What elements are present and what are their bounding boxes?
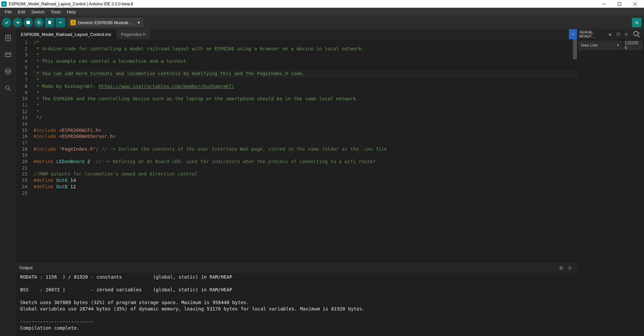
maximize-button[interactable] [612,0,627,8]
chevron-down-icon: ▼ [137,21,141,25]
app-icon: ∞ [1,1,7,7]
svg-point-27 [560,269,561,270]
window-controls [596,0,643,8]
menu-file[interactable]: File [2,9,14,15]
sketchbook-icon[interactable] [3,33,13,43]
serial-clock-icon[interactable] [615,31,621,37]
search-icon[interactable] [3,84,13,93]
library-manager-icon[interactable] [3,67,13,76]
serial-plotter-button[interactable] [632,18,641,27]
tab-pageindex-h[interactable]: PageIndex.h [116,29,151,39]
svg-point-35 [634,31,638,36]
line-gutter: 1234567891011121314151617181920212223242… [16,39,34,263]
svg-point-19 [571,34,572,35]
minimize-button[interactable] [596,0,612,8]
menu-sketch[interactable]: Sketch [29,9,47,15]
chevron-down-icon: ▼ [616,44,620,47]
svg-point-20 [573,34,573,35]
debug-start-button[interactable] [23,18,33,27]
tab-overflow-button[interactable] [569,29,577,39]
svg-point-8 [636,21,637,23]
output-body[interactable]: RODATA : 1156 ) / 81920 - constants (glo… [16,273,577,336]
boards-manager-icon[interactable] [3,50,13,59]
svg-rect-4 [27,21,30,24]
svg-point-17 [6,86,9,90]
svg-rect-1 [618,2,621,5]
board-selector[interactable]: ! Generic ESP8266 Module ... ▼ [68,18,143,27]
svg-point-21 [574,34,575,35]
output-panel: Output RODATA : 1156 ) / 81920 - constan… [16,263,577,336]
menu-tools[interactable]: Tools [48,9,63,15]
serial-settings-icon[interactable] [623,31,629,37]
editor-tabs: ESP8266_Model_Railroad_Layout_Control.in… [16,29,577,39]
output-header: Output [16,263,577,273]
svg-point-16 [5,69,11,75]
toolbar-extra-button-1[interactable] [45,18,54,27]
code-editor[interactable]: 1234567891011121314151617181920212223242… [16,39,577,263]
svg-point-6 [39,22,40,23]
serial-title: SERIAL MONIT... [579,30,605,38]
svg-line-18 [9,89,11,91]
board-label: Generic ESP8266 Module ... [78,20,133,25]
menubar: File Edit Sketch Tools Help [0,8,644,16]
svg-rect-28 [569,268,571,269]
svg-line-9 [638,23,639,25]
output-lock-icon[interactable] [566,264,574,272]
serial-monitor-panel: SERIAL MONIT... New [577,29,644,336]
output-settings-icon[interactable] [557,264,565,272]
svg-point-37 [639,33,640,33]
output-title: Output [19,265,33,270]
svg-rect-7 [49,21,51,24]
window-title: ESP8266_Model_Railroad_Layout_Control | … [9,2,596,6]
svg-rect-14 [5,53,11,57]
toolbar: ! Generic ESP8266 Module ... ▼ [0,16,644,29]
window-titlebar: ∞ ESP8266_Model_Railroad_Layout_Control … [0,0,644,8]
zoom-icon[interactable] [631,31,642,38]
left-sidebar [0,29,16,336]
svg-line-36 [638,35,640,37]
verify-button[interactable] [2,18,11,27]
serial-expand-icon[interactable] [607,31,613,37]
serial-controls: New Line ▼ 115200 b [577,39,644,51]
code-content[interactable]: /* * Arduino code for controlling a mode… [34,39,577,263]
svg-rect-10 [6,35,11,41]
editor-scrollbar[interactable] [573,39,577,263]
menu-edit[interactable]: Edit [15,9,28,15]
svg-point-26 [561,267,562,268]
tab-main-ino[interactable]: ESP8266_Model_Railroad_Layout_Control.in… [16,29,116,39]
svg-point-25 [560,266,561,267]
current-line-highlight [34,71,577,77]
serial-header: SERIAL MONIT... [577,29,644,39]
toolbar-extra-button-2[interactable] [56,18,65,27]
baud-rate-select[interactable]: 115200 b [623,41,643,50]
scroll-thumb[interactable] [573,39,577,59]
debug-config-button[interactable] [34,18,44,27]
line-ending-select[interactable]: New Line ▼ [579,41,622,50]
warning-icon: ! [70,20,76,25]
close-button[interactable] [627,0,643,8]
workspace: ESP8266_Model_Railroad_Layout_Control.in… [16,29,644,336]
menu-help[interactable]: Help [64,9,78,15]
main-area: ESP8266_Model_Railroad_Layout_Control.in… [0,29,644,336]
upload-button[interactable] [13,18,22,27]
svg-point-38 [640,34,640,34]
svg-line-31 [618,34,619,35]
